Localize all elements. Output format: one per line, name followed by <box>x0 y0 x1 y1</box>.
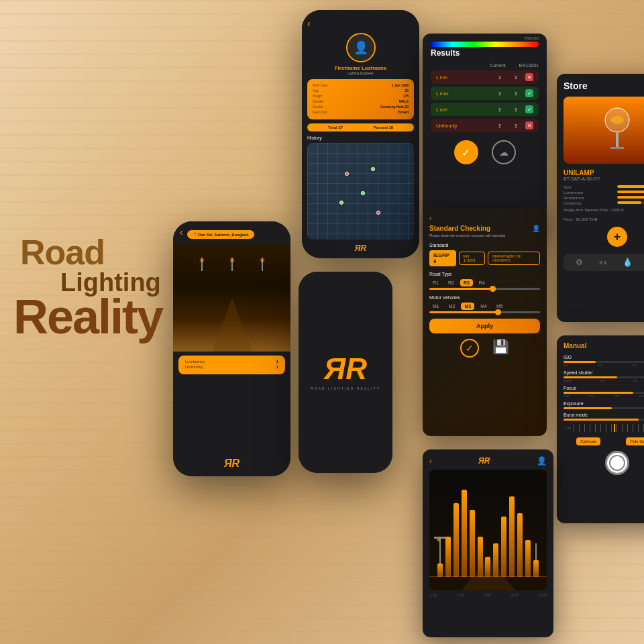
save-icon[interactable]: 💾 <box>492 339 509 358</box>
rlr-logo: ЯR <box>355 244 366 253</box>
motor-m5[interactable]: M5 <box>493 303 506 310</box>
lux-logo: ЯR <box>478 456 490 466</box>
info-row-device: Device Samsung Note 20 <box>313 105 409 109</box>
motor-slider[interactable] <box>429 311 540 313</box>
avatar: 👤 <box>346 33 376 62</box>
fail-icon-2: ✕ <box>525 121 533 129</box>
profile-stats: Total 27 Passed 18 <box>307 123 414 131</box>
dept-button[interactable]: DEPARTMENT OF HIGHWAYS <box>488 252 540 265</box>
lux-bar <box>533 560 539 577</box>
road-r2[interactable]: R2 <box>445 279 458 286</box>
lux-ticks: -2.50 -0.25 0.00 +0.25 +2.50 <box>429 593 547 597</box>
road-type-options: R1 R2 R3 R4 <box>429 279 540 286</box>
motor-m2[interactable]: M2 <box>445 303 459 310</box>
road-back[interactable]: ‹ <box>180 227 183 237</box>
speed-slider[interactable] <box>564 376 644 378</box>
history-label: History <box>307 136 322 140</box>
color-bar: PSEUDO <box>431 42 539 47</box>
manual-panel: Manual ISO 100200 400800 Speed shutter 1… <box>557 335 644 523</box>
lamp-pole-label: Single Arm Tapered Pole - 3000 K <box>564 208 644 212</box>
back-button[interactable]: ‹ <box>307 18 311 29</box>
lux-bar <box>470 510 475 577</box>
svg-rect-2 <box>610 147 624 149</box>
check-circle[interactable]: ✓ <box>460 339 479 358</box>
pass-icon-2: ✓ <box>525 105 533 113</box>
results-header: Results <box>431 48 539 58</box>
user-icon: 👤 <box>532 225 540 232</box>
pole-spacing-button[interactable]: Pole Spacing <box>626 437 644 445</box>
upload-button[interactable]: ☁ <box>492 140 516 164</box>
road-lights <box>186 258 277 271</box>
lux-bar <box>525 540 531 577</box>
shutter-btn-area <box>564 451 644 475</box>
svg-rect-1 <box>616 132 619 149</box>
lamp-price: Price : 60,000 THB <box>564 217 644 221</box>
burst-slider[interactable] <box>564 419 644 421</box>
road-r4[interactable]: R4 <box>476 279 488 286</box>
lux-road-line <box>429 576 547 577</box>
lux-bar <box>517 513 523 577</box>
lux-bars <box>436 483 540 577</box>
camera-controls: ⚙ 3:4 💧 ⚡ <box>564 254 644 271</box>
metric-uniformity: Uniformity 1 <box>185 365 278 369</box>
std-footer: ✓ 💾 <box>429 339 540 358</box>
svg-point-3 <box>610 116 624 124</box>
motor-m3[interactable]: M3 <box>461 303 474 310</box>
lux-bar <box>493 543 498 577</box>
lux-bar <box>462 490 467 577</box>
info-row-eyecolor: Eye Color Brown <box>313 110 409 114</box>
phone-profile: ‹ 👤 Firstname Lastname Lighting Engineer… <box>302 10 419 258</box>
motor-vehicles-label: Motor Vehicles <box>429 295 540 300</box>
pass-icon: ✓ <box>525 89 533 97</box>
focus-row: Focus F/20F/11 F/8F/5.6F/2.8 <box>564 386 644 398</box>
road-metrics: Luminance 1 Uniformity 1 <box>178 356 285 374</box>
lux-user-icon: 👤 <box>537 456 547 466</box>
store-title: Store <box>564 80 644 91</box>
lux-bar <box>437 564 443 577</box>
std-back-button[interactable]: ‹ <box>429 215 540 222</box>
standard-label: Standard <box>429 243 540 248</box>
speed-row: Speed shutter 1/10001/40 1/201/10 <box>564 370 644 382</box>
confirm-button[interactable]: ✓ <box>454 140 478 164</box>
calibrate-button[interactable]: Calibrate <box>576 437 600 445</box>
store-panel: Store 30° 3 m. UNILAMP BT-SAP-A-30-GY Si… <box>557 74 644 322</box>
info-row-gender: Gender MALE <box>313 99 409 103</box>
lamp-preview: 30° 3 m. <box>564 97 644 164</box>
road-location: 📍 Pan Rd, Sathorn, Bangkok <box>187 230 254 239</box>
spec-illuminance: Illuminance <box>564 196 644 200</box>
exposure-slider[interactable] <box>564 407 644 409</box>
phone-logo: ЯR ROAD LIGHTING REALITY <box>299 272 392 473</box>
spec-uniformity: Uniformity <box>564 201 644 205</box>
road-r1[interactable]: R1 <box>429 279 442 286</box>
title-reality: Reality <box>13 295 162 339</box>
iesrp-button[interactable]: IESRP 8 <box>429 250 456 266</box>
lux-bar <box>445 537 451 577</box>
results-actions: ✓ ☁ <box>431 140 539 164</box>
gear-icon[interactable]: ⚙ <box>576 258 583 267</box>
title-road: Road <box>20 235 162 270</box>
app-title: Road Lighting Reality <box>20 235 162 339</box>
road-image <box>173 244 290 352</box>
shutter-area: Calibrate Pole Spacing <box>564 437 644 445</box>
road-type-slider[interactable] <box>429 288 540 290</box>
ruler-area: -3.50 0.00 +3.50 <box>564 424 644 432</box>
apply-button[interactable]: Apply <box>429 319 540 333</box>
shutter-button[interactable] <box>605 451 629 475</box>
road-header: ‹ 📍 Pan Rd, Sathorn, Bangkok <box>173 221 290 244</box>
focus-slider[interactable] <box>564 392 644 394</box>
motor-m1[interactable]: M1 <box>429 303 443 310</box>
fail-icon: ✕ <box>525 73 533 81</box>
road-type-label: Road Type <box>429 272 540 276</box>
rlr-subtitle: ROAD LIGHTING REALITY <box>311 386 380 390</box>
lamp-name: UNILAMP <box>564 169 644 176</box>
results-cols: Current EN13201 <box>431 63 539 68</box>
add-to-cart-button[interactable]: + <box>607 227 627 247</box>
iso-slider[interactable] <box>564 361 644 363</box>
lux-back[interactable]: ‹ <box>429 458 431 465</box>
iso-row: ISO 100200 400800 <box>564 355 644 367</box>
motor-m4[interactable]: M4 <box>477 303 490 310</box>
road-r3[interactable]: R3 <box>460 279 473 286</box>
result-row-lmin: L min 1 1 ✕ <box>431 70 539 84</box>
en-button[interactable]: EN 1:3201 <box>459 252 486 265</box>
profile-info-card: Birth Date 1 Jan 1969 Age 20 Height 175 … <box>307 79 414 119</box>
